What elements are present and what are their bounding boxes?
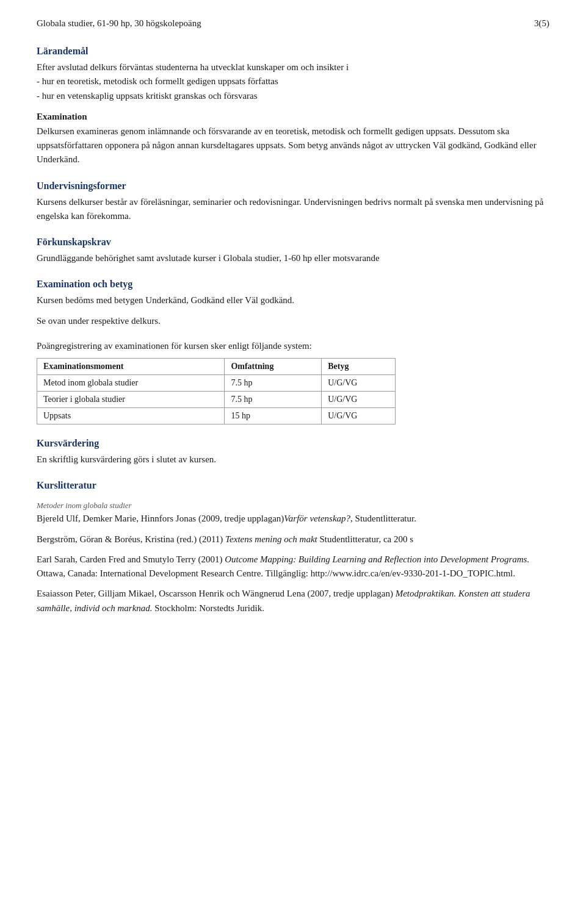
lit-entry-2-after: Studentlitteratur, ca 200 s [317,534,413,544]
row2-col3: U/G/VG [322,392,396,408]
table-header-row: Examinationsmoment Omfattning Betyg [37,359,396,375]
lit-entry-4: Esaiasson Peter, Gilljam Mikael, Oscarss… [37,587,549,615]
document-title: Globala studier, 61-90 hp, 30 högskolepo… [37,18,201,29]
table-row: Teorier i globala studier 7.5 hp U/G/VG [37,392,396,408]
examination-betyg-section: Examination och betyg Kursen bedöms med … [37,279,549,424]
lit-subheading: Metoder inom globala studier [37,501,549,510]
forkunskapskrav-section: Förkunskapskrav Grundläggande behörighet… [37,237,549,265]
lit-entry-3-italic: Outcome Mapping: Building Learning and R… [225,554,529,564]
lit-entry-2-before: Bergström, Göran & Boréus, Kristina (red… [37,534,225,544]
examination-betyg-body2: Se ovan under respektive delkurs. [37,314,549,328]
kursvardering-body: En skriftlig kursvärdering görs i slutet… [37,453,549,467]
examination-betyg-body1: Kursen bedöms med betygen Underkänd, God… [37,293,549,307]
row1-col2: 7.5 hp [225,375,322,392]
lit-entry-3-after: Ottawa, Canada: International Developmen… [37,568,515,578]
examination-label: Examination [37,112,549,122]
row1-col3: U/G/VG [322,375,396,392]
col-betyg: Betyg [322,359,396,375]
lit-entry-1-after: , Studentlitteratur. [350,514,416,523]
lit-entry-3: Earl Sarah, Carden Fred and Smutylo Terr… [37,553,549,581]
larandemal-body: Efter avslutad delkurs förväntas student… [37,60,549,103]
larandemal-section: Lärandemål Efter avslutad delkurs förvän… [37,46,549,103]
row3-col3: U/G/VG [322,408,396,424]
kurslitteratur-heading: Kurslitteratur [37,480,549,491]
lit-entry-2-italic: Textens mening och makt [225,534,317,544]
examination-body: Delkursen examineras genom inlämnande oc… [37,124,549,167]
page-number: 3(5) [534,18,549,29]
lit-entry-1: Bjereld Ulf, Demker Marie, Hinnfors Jona… [37,512,549,526]
lit-entry-2: Bergström, Göran & Boréus, Kristina (red… [37,532,549,546]
page-header: Globala studier, 61-90 hp, 30 högskolepo… [37,18,549,29]
row3-col1: Uppsats [37,408,225,424]
examination-betyg-heading: Examination och betyg [37,279,549,290]
kurslitteratur-section: Kurslitteratur Metoder inom globala stud… [37,480,549,615]
larandemal-heading: Lärandemål [37,46,549,57]
table-row: Metod inom globala studier 7.5 hp U/G/VG [37,375,396,392]
row3-col2: 15 hp [225,408,322,424]
forkunskapskrav-body: Grundläggande behörighet samt avslutade … [37,251,549,265]
undervisningsformer-body: Kursens delkurser består av föreläsninga… [37,195,549,224]
forkunskapskrav-heading: Förkunskapskrav [37,237,549,248]
col-omfattning: Omfattning [225,359,322,375]
lit-entry-4-after: Stockholm: Norstedts Juridik. [153,603,264,613]
col-examinationsmoment: Examinationsmoment [37,359,225,375]
row1-col1: Metod inom globala studier [37,375,225,392]
kursvardering-section: Kursvärdering En skriftlig kursvärdering… [37,438,549,467]
lit-entry-3-before: Earl Sarah, Carden Fred and Smutylo Terr… [37,554,225,564]
row2-col2: 7.5 hp [225,392,322,408]
undervisningsformer-heading: Undervisningsformer [37,181,549,192]
undervisningsformer-section: Undervisningsformer Kursens delkurser be… [37,181,549,224]
table-intro: Poängregistrering av examinationen för k… [37,339,549,353]
kursvardering-heading: Kursvärdering [37,438,549,449]
table-row: Uppsats 15 hp U/G/VG [37,408,396,424]
lit-entry-1-italic: Varför vetenskap? [284,514,350,523]
examination-subsection: Examination Delkursen examineras genom i… [37,112,549,167]
lit-entry-1-before: Bjereld Ulf, Demker Marie, Hinnfors Jona… [37,514,284,523]
lit-entry-4-before: Esaiasson Peter, Gilljam Mikael, Oscarss… [37,589,396,598]
examination-table: Examinationsmoment Omfattning Betyg Meto… [37,358,396,424]
row2-col1: Teorier i globala studier [37,392,225,408]
